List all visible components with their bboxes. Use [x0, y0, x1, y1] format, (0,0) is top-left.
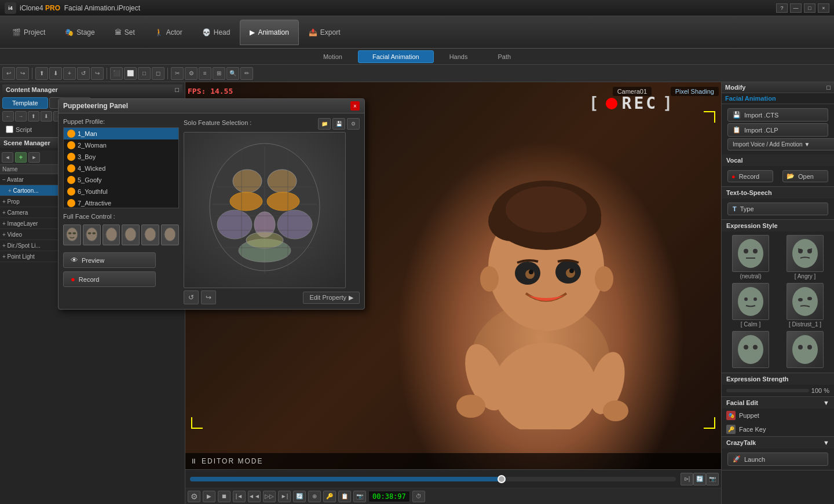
- solo-settings-btn[interactable]: ⚙: [347, 118, 360, 130]
- cm-btn-1[interactable]: ←: [2, 111, 14, 122]
- transport-loop-btn[interactable]: 🔄: [293, 491, 306, 502]
- timeline-loop-btn[interactable]: 🔄: [693, 473, 706, 485]
- face-thumb-4[interactable]: [122, 225, 140, 245]
- tab-actor[interactable]: 🚶 Actor: [145, 20, 192, 45]
- list-button[interactable]: ≡: [199, 67, 211, 80]
- expr-5[interactable]: [725, 331, 776, 369]
- cm-tab-template[interactable]: Template: [2, 97, 48, 109]
- subtab-hands[interactable]: Hands: [435, 50, 482, 63]
- record-button-puppet[interactable]: ● Record: [63, 271, 156, 287]
- solo-folder-btn[interactable]: 📁: [318, 118, 331, 130]
- profile-item-goofy[interactable]: 5_Goofy: [64, 174, 178, 186]
- profile-item-attractive[interactable]: 7_Attractive: [64, 197, 178, 208]
- tab-head[interactable]: 💀 Head: [192, 20, 240, 45]
- rotate-right-button[interactable]: ↪: [91, 67, 104, 80]
- profile-item-boy[interactable]: 3_Boy: [64, 151, 178, 163]
- facial-edit-header[interactable]: Facial Edit ▼: [722, 397, 834, 409]
- vocal-header[interactable]: Vocal: [722, 154, 834, 166]
- frame-button[interactable]: □: [138, 67, 151, 80]
- puppet-item[interactable]: 🎭 Puppet: [722, 409, 834, 422]
- transport-rewind-btn[interactable]: ◄◄: [248, 491, 261, 502]
- solo-rotate-left-btn[interactable]: ↺: [184, 290, 199, 304]
- add-button[interactable]: +: [63, 67, 76, 80]
- pp-close-button[interactable]: ×: [350, 101, 360, 111]
- script-checkbox[interactable]: [6, 126, 13, 133]
- select-button[interactable]: ⬛: [110, 67, 123, 80]
- transport-key-btn[interactable]: 🔑: [323, 491, 336, 502]
- redo-button[interactable]: ↪: [16, 67, 29, 80]
- expr-calm[interactable]: [ Calm ]: [725, 283, 776, 328]
- pause-button[interactable]: ⏸: [190, 457, 197, 465]
- transport-end-btn[interactable]: ⏱: [412, 491, 425, 502]
- import-cts-button[interactable]: 💾 Import .CTS: [727, 108, 828, 122]
- settings-button[interactable]: ⚙: [185, 67, 197, 80]
- transport-prev-btn[interactable]: |◄: [233, 491, 246, 502]
- solo-save-btn[interactable]: 💾: [332, 118, 345, 130]
- import-voice-button[interactable]: Import Voice / Add Emotion ▼: [727, 138, 834, 150]
- tts-header[interactable]: Text-to-Speech: [722, 187, 834, 198]
- import-clp-button[interactable]: 📋 Import .CLP: [727, 123, 828, 137]
- transport-record-btn[interactable]: ⚙: [188, 491, 200, 502]
- face-thumb-2[interactable]: [83, 225, 101, 245]
- move-up-button[interactable]: ⬆: [35, 67, 48, 80]
- transport-snap-btn[interactable]: ⊕: [308, 491, 321, 502]
- window-controls[interactable]: ? — □ ×: [776, 3, 829, 13]
- vocal-open-button[interactable]: 📂 Open: [782, 170, 828, 182]
- strength-bar[interactable]: [726, 389, 809, 392]
- undo-button[interactable]: ↩: [2, 67, 15, 80]
- transport-play-btn[interactable]: ▶: [203, 491, 215, 502]
- grid-button[interactable]: ⊞: [213, 67, 225, 80]
- profile-item-man[interactable]: 1_Man: [64, 128, 178, 139]
- sm-prev-btn[interactable]: ◄: [2, 152, 13, 163]
- tab-set[interactable]: 🏛 Set: [105, 20, 145, 45]
- expr-angry[interactable]: [ Angry ]: [780, 235, 831, 279]
- preview-button[interactable]: 👁 Preview: [63, 252, 156, 268]
- edit-property-button[interactable]: Edit Property ▶: [303, 292, 360, 304]
- face-thumb-5[interactable]: [141, 225, 159, 245]
- sm-add-btn[interactable]: +: [15, 152, 27, 163]
- transport-next-btn[interactable]: ►|: [278, 491, 291, 502]
- profile-item-youthful[interactable]: 6_Youthful: [64, 186, 178, 197]
- expr-distrust[interactable]: [ Distrust_1 ]: [780, 283, 831, 328]
- maximize-button[interactable]: □: [804, 3, 815, 13]
- transform-button[interactable]: ◻: [152, 67, 164, 80]
- cm-btn-2[interactable]: →: [15, 111, 27, 122]
- cm-close-icon[interactable]: □: [175, 86, 179, 93]
- cm-btn-4[interactable]: ⬇: [41, 111, 52, 122]
- minimize-button[interactable]: —: [790, 3, 802, 13]
- profile-item-woman[interactable]: 2_Woman: [64, 139, 178, 151]
- tab-stage[interactable]: 🎭 Stage: [55, 20, 104, 45]
- help-button[interactable]: ?: [776, 3, 788, 13]
- tab-project[interactable]: 🎬 Project: [2, 20, 55, 45]
- face-thumb-1[interactable]: [63, 225, 81, 245]
- strength-header[interactable]: Expression Strength: [722, 373, 834, 385]
- expression-header[interactable]: Expression Style: [722, 220, 834, 231]
- close-button[interactable]: ×: [818, 3, 829, 13]
- expr-neutral[interactable]: (neutral): [725, 235, 776, 279]
- face-thumb-3[interactable]: [103, 225, 120, 245]
- cut-button[interactable]: ✂: [171, 67, 184, 80]
- move-down-button[interactable]: ⬇: [49, 67, 62, 80]
- rotate-left-button[interactable]: ↺: [77, 67, 90, 80]
- subtab-facial-animation[interactable]: Facial Animation: [358, 50, 434, 63]
- tab-animation[interactable]: ▶ Animation: [240, 20, 298, 45]
- face-thumb-6[interactable]: [161, 225, 179, 245]
- deselect-button[interactable]: ⬜: [124, 67, 137, 80]
- tab-export[interactable]: 📤 Export: [299, 20, 350, 45]
- subtab-path[interactable]: Path: [483, 50, 525, 63]
- profile-item-wicked[interactable]: 4_Wicked: [64, 163, 178, 174]
- transport-cam-btn[interactable]: 📷: [353, 491, 366, 502]
- launch-button[interactable]: 🚀 Launch: [727, 453, 828, 466]
- sm-next-btn[interactable]: ►: [28, 152, 40, 163]
- transport-ff-btn[interactable]: ▷▷: [263, 491, 276, 502]
- timeline-handle[interactable]: [498, 475, 506, 483]
- face-key-item[interactable]: 🔑 Face Key: [722, 422, 834, 436]
- timeline-camera-btn[interactable]: 📷: [706, 473, 719, 485]
- crazytalk-header[interactable]: CrazyTalk ▼: [722, 437, 834, 448]
- subtab-motion[interactable]: Motion: [309, 50, 357, 63]
- type-button[interactable]: T Type: [727, 203, 828, 215]
- expr-6[interactable]: [780, 331, 831, 369]
- search-button[interactable]: 🔍: [226, 67, 239, 80]
- solo-rotate-right-btn[interactable]: ↪: [201, 290, 216, 304]
- timeline-end-btn[interactable]: ⊳|: [681, 473, 693, 485]
